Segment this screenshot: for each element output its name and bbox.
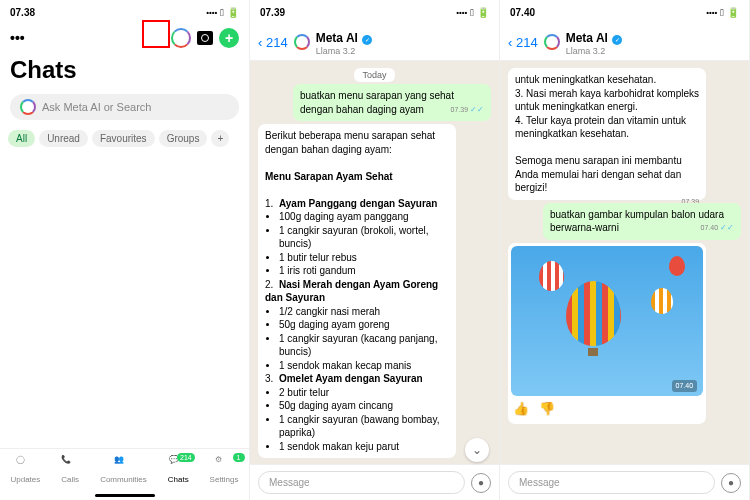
chat-body[interactable]: Today buatkan menu sarapan yang sehat de… bbox=[250, 61, 499, 464]
message-input[interactable]: Message bbox=[508, 471, 715, 494]
page-title: Chats bbox=[0, 52, 249, 88]
home-indicator bbox=[95, 494, 155, 497]
pill-unread[interactable]: Unread bbox=[39, 130, 88, 147]
chat-pane-image: 07.40 ••••􀙇🔋 ‹ 214 Meta AI ✓ Llama 3.2 u… bbox=[500, 0, 750, 500]
tab-updates[interactable]: ◯Updates bbox=[10, 455, 40, 484]
thumbs-up-icon[interactable]: 👍 bbox=[513, 400, 529, 418]
pill-favourites[interactable]: Favourites bbox=[92, 130, 155, 147]
status-bar: 07.39 ••••􀙇🔋 bbox=[250, 0, 499, 24]
chat-title[interactable]: Meta AI ✓ Llama 3.2 bbox=[566, 28, 623, 56]
pill-all[interactable]: All bbox=[8, 130, 35, 147]
new-chat-button[interactable]: + bbox=[219, 28, 239, 48]
verified-icon: ✓ bbox=[362, 35, 372, 45]
pill-groups[interactable]: Groups bbox=[159, 130, 208, 147]
clock: 07.39 bbox=[260, 7, 285, 18]
more-icon[interactable]: ••• bbox=[10, 30, 25, 46]
back-button[interactable]: ‹ 214 bbox=[258, 35, 288, 50]
tab-settings[interactable]: ⚙1Settings bbox=[210, 455, 239, 484]
clock: 07.40 bbox=[510, 7, 535, 18]
pill-add[interactable]: + bbox=[211, 130, 229, 147]
ai-message[interactable]: Berikut beberapa menu sarapan sehat deng… bbox=[258, 124, 456, 458]
mic-button[interactable]: ● bbox=[721, 473, 741, 493]
status-icons: ••••􀙇🔋 bbox=[206, 7, 239, 18]
search-placeholder: Ask Meta AI or Search bbox=[42, 101, 151, 113]
meta-ai-icon[interactable] bbox=[171, 28, 191, 48]
verified-icon: ✓ bbox=[612, 35, 622, 45]
tab-chats[interactable]: 💬214Chats bbox=[168, 455, 189, 484]
status-bar: 07.40 ••••􀙇🔋 bbox=[500, 0, 749, 24]
chat-pane-menu: 07.39 ••••􀙇🔋 ‹ 214 Meta AI ✓ Llama 3.2 T… bbox=[250, 0, 500, 500]
chat-body[interactable]: untuk meningkatkan kesehatan. 3. Nasi me… bbox=[500, 61, 749, 464]
tab-calls[interactable]: 📞Calls bbox=[61, 455, 79, 484]
ai-image-message[interactable]: 07.40 👍 👎 bbox=[508, 243, 706, 425]
meta-ai-search-icon bbox=[20, 99, 36, 115]
back-button[interactable]: ‹ 214 bbox=[508, 35, 538, 50]
camera-icon[interactable] bbox=[197, 31, 213, 45]
generated-image[interactable]: 07.40 bbox=[511, 246, 703, 396]
user-message[interactable]: buatkan menu sarapan yang sehat dengan b… bbox=[293, 84, 491, 121]
search-input[interactable]: Ask Meta AI or Search bbox=[10, 94, 239, 120]
status-bar: 07.38 ••••􀙇🔋 bbox=[0, 0, 249, 24]
message-input[interactable]: Message bbox=[258, 471, 465, 494]
thumbs-down-icon[interactable]: 👎 bbox=[539, 400, 555, 418]
mic-button[interactable]: ● bbox=[471, 473, 491, 493]
user-message[interactable]: buatkan gambar kumpulan balon udara berw… bbox=[543, 203, 741, 240]
reaction-bar: 👍 👎 bbox=[511, 396, 703, 422]
chats-list-pane: 07.38 ••••􀙇🔋 ••• + Chats Ask Meta AI or … bbox=[0, 0, 250, 500]
tab-communities[interactable]: 👥Communities bbox=[100, 455, 147, 484]
day-label: Today bbox=[354, 68, 394, 82]
avatar-icon[interactable] bbox=[544, 34, 560, 50]
filter-pills: All Unread Favourites Groups + bbox=[0, 126, 249, 151]
avatar-icon[interactable] bbox=[294, 34, 310, 50]
scroll-down-button[interactable]: ⌄ bbox=[465, 438, 489, 462]
ai-message[interactable]: untuk meningkatkan kesehatan. 3. Nasi me… bbox=[508, 68, 706, 200]
highlight-box bbox=[142, 20, 170, 48]
chat-title[interactable]: Meta AI ✓ Llama 3.2 bbox=[316, 28, 373, 56]
clock: 07.38 bbox=[10, 7, 35, 18]
tab-bar: ◯Updates 📞Calls 👥Communities 💬214Chats ⚙… bbox=[0, 448, 249, 494]
